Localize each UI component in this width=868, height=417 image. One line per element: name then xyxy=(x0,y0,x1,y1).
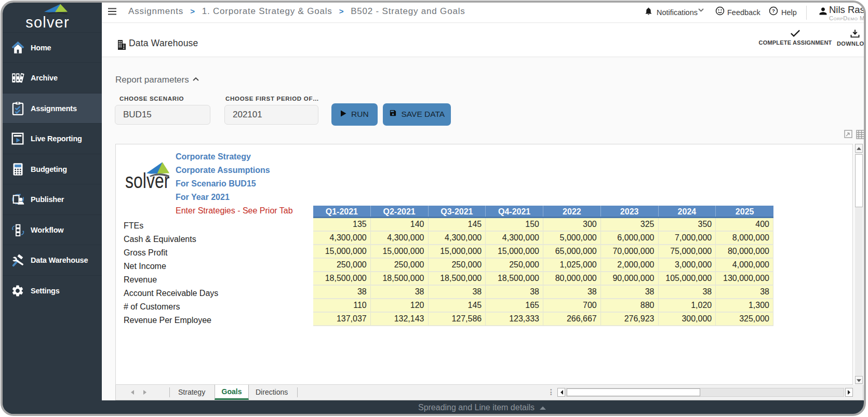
svg-text:?: ? xyxy=(772,8,775,14)
